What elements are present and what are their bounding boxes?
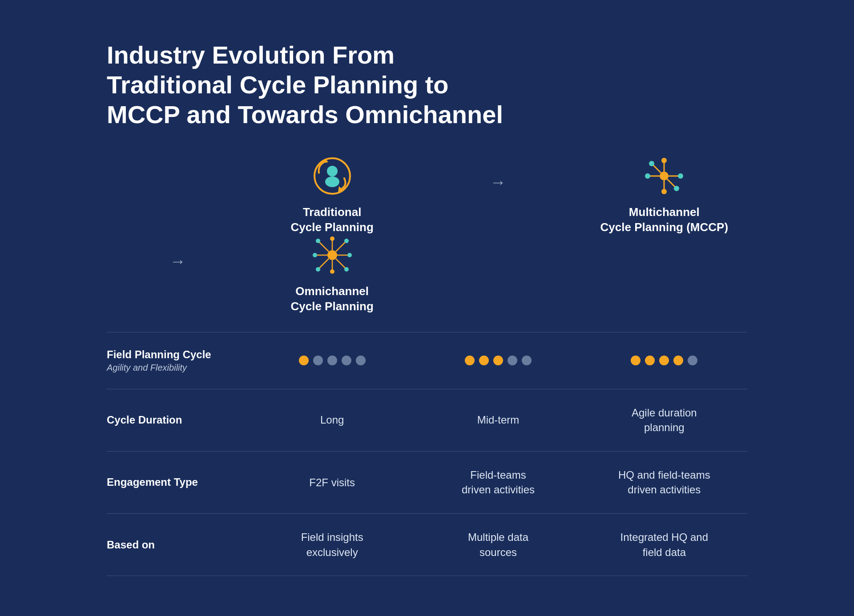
dot-orange-5 bbox=[631, 356, 640, 365]
field-planning-label: Field Planning Cycle Agility and Flexibi… bbox=[107, 348, 249, 373]
traditional-col-header: Traditional Cycle Planning bbox=[249, 156, 415, 235]
field-planning-traditional bbox=[249, 356, 415, 365]
svg-point-34 bbox=[344, 267, 349, 272]
dot-gray-1 bbox=[313, 356, 323, 365]
based-on-label: Based on bbox=[107, 539, 249, 551]
svg-point-30 bbox=[344, 239, 349, 243]
based-on-omnichannel: Integrated HQ andfield data bbox=[581, 530, 747, 560]
engagement-multichannel: Field-teamsdriven activities bbox=[415, 468, 581, 497]
dot-gray-7 bbox=[688, 356, 697, 365]
field-planning-omnichannel bbox=[581, 356, 747, 365]
svg-point-20 bbox=[330, 236, 334, 241]
table-row-based-on: Based on Field insightsexclusively Multi… bbox=[107, 514, 747, 576]
traditional-icon bbox=[312, 156, 352, 196]
cycle-duration-omnichannel: Agile durationplanning bbox=[581, 405, 747, 435]
multichannel-col-header: Multichannel Cycle Planning (MCCP) bbox=[581, 156, 747, 235]
engagement-traditional: F2F visits bbox=[249, 475, 415, 490]
dots-multichannel bbox=[424, 356, 572, 365]
icon-header-row: Traditional Cycle Planning → bbox=[107, 156, 747, 314]
dot-orange-4 bbox=[493, 356, 503, 365]
multichannel-col-title: Multichannel Cycle Planning (MCCP) bbox=[600, 205, 728, 235]
dot-orange-6 bbox=[645, 356, 655, 365]
cycle-duration-traditional: Long bbox=[249, 412, 415, 428]
omnichannel-col-header: Omnichannel Cycle Planning bbox=[249, 235, 415, 314]
svg-point-2 bbox=[325, 176, 339, 187]
field-planning-multichannel bbox=[415, 356, 581, 365]
main-title: Industry Evolution From Traditional Cycl… bbox=[107, 40, 507, 130]
table-row-field-planning: Field Planning Cycle Agility and Flexibi… bbox=[107, 332, 747, 389]
dot-orange-3 bbox=[479, 356, 489, 365]
dot-gray-3 bbox=[342, 356, 351, 365]
comparison-table: Field Planning Cycle Agility and Flexibi… bbox=[107, 332, 747, 576]
traditional-col-title: Traditional Cycle Planning bbox=[290, 205, 373, 235]
svg-point-13 bbox=[678, 173, 683, 179]
svg-line-33 bbox=[336, 259, 345, 268]
engagement-omnichannel: HQ and field-teamsdriven activities bbox=[581, 468, 747, 497]
table-row-engagement: Engagement Type F2F visits Field-teamsdr… bbox=[107, 452, 747, 514]
svg-point-11 bbox=[645, 173, 650, 179]
dot-orange-1 bbox=[299, 356, 309, 365]
omnichannel-icon bbox=[312, 235, 352, 275]
svg-point-22 bbox=[330, 269, 334, 274]
omnichannel-col-title: Omnichannel Cycle Planning bbox=[290, 284, 373, 314]
svg-line-16 bbox=[667, 179, 675, 187]
svg-line-29 bbox=[336, 242, 345, 252]
based-on-multichannel: Multiple datasources bbox=[415, 530, 581, 560]
engagement-label: Engagement Type bbox=[107, 476, 249, 488]
arrow-1: → bbox=[415, 173, 581, 218]
svg-point-32 bbox=[316, 267, 320, 272]
dot-gray-6 bbox=[522, 356, 532, 365]
based-on-traditional: Field insightsexclusively bbox=[249, 530, 415, 560]
dot-gray-5 bbox=[508, 356, 517, 365]
svg-point-24 bbox=[313, 253, 317, 257]
dots-omnichannel bbox=[590, 356, 738, 365]
svg-point-1 bbox=[327, 166, 338, 176]
svg-point-15 bbox=[649, 161, 654, 166]
arrow-2: → bbox=[107, 252, 249, 297]
cycle-duration-multichannel: Mid-term bbox=[415, 412, 581, 428]
svg-point-18 bbox=[327, 250, 337, 260]
svg-line-14 bbox=[653, 165, 661, 173]
main-container: Industry Evolution From Traditional Cycl… bbox=[71, 13, 783, 603]
dots-traditional bbox=[258, 356, 406, 365]
dot-gray-4 bbox=[356, 356, 366, 365]
svg-point-28 bbox=[316, 239, 320, 243]
dot-orange-2 bbox=[465, 356, 475, 365]
svg-point-17 bbox=[674, 186, 679, 191]
dot-orange-8 bbox=[673, 356, 683, 365]
svg-point-7 bbox=[661, 158, 667, 163]
svg-line-31 bbox=[319, 259, 329, 268]
multichannel-icon bbox=[644, 156, 684, 196]
cycle-duration-label: Cycle Duration bbox=[107, 414, 249, 426]
dot-orange-7 bbox=[659, 356, 669, 365]
dot-gray-2 bbox=[327, 356, 337, 365]
svg-point-9 bbox=[661, 189, 667, 194]
svg-point-26 bbox=[347, 253, 352, 257]
table-row-cycle-duration: Cycle Duration Long Mid-term Agile durat… bbox=[107, 389, 747, 452]
svg-line-27 bbox=[319, 242, 329, 252]
